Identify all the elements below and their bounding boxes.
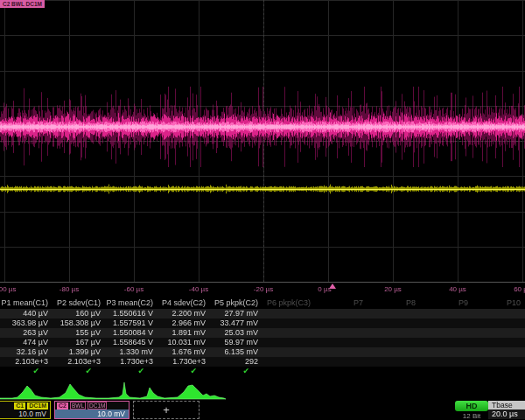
time-tick-label: -80 µs xyxy=(60,285,79,293)
measure-value-cell: 440 µV xyxy=(0,309,52,318)
measure-header-p3[interactable]: P3 mean(C2) xyxy=(105,298,158,309)
measure-value-cell: 2.103e+3 xyxy=(52,357,105,367)
time-tick-label: 60 µs xyxy=(514,285,525,293)
time-tick-label: -60 µs xyxy=(124,285,144,293)
time-tick-label: -40 µs xyxy=(189,285,208,293)
measure-value-cell: 363.98 µV xyxy=(0,318,52,328)
measure-value-cell: 167 µV xyxy=(52,338,105,347)
measure-value-cell: 2.200 mV xyxy=(158,309,210,318)
measure-value-cell: 6.135 mV xyxy=(210,347,262,357)
measure-value-cell xyxy=(472,318,525,328)
measure-value-cell xyxy=(368,309,420,318)
measure-value-cell xyxy=(368,318,420,328)
measure-value-cell xyxy=(262,338,315,347)
measure-value-cell: 10.031 mV xyxy=(158,338,210,347)
measure-value-cell: 1.550616 V xyxy=(105,309,158,318)
channel-descriptor-c2[interactable]: C2 BWL DC1M 10.0 mV xyxy=(54,401,130,419)
measure-value-cell: 32.16 µV xyxy=(0,347,52,357)
c1-channel-chip: C1 xyxy=(14,402,25,410)
measure-value-cell xyxy=(420,318,472,328)
time-tick-label: 40 µs xyxy=(449,285,466,293)
time-tick-label: 0 µs xyxy=(318,285,331,293)
measure-value-cell xyxy=(420,347,472,357)
measure-value-cell xyxy=(315,338,368,347)
measure-status-cell: ✔ xyxy=(0,367,52,376)
measure-value-cell xyxy=(472,309,525,318)
measure-value-cell xyxy=(420,309,472,318)
measure-value-cell: 27.97 mV xyxy=(210,309,262,318)
c2-coupling-chip: DC1M xyxy=(88,402,107,410)
measure-value-cell: 1.676 mV xyxy=(158,347,210,357)
time-tick-label: -20 µs xyxy=(254,285,273,293)
measure-value-cell: 59.97 mV xyxy=(210,338,262,347)
measure-value-cell xyxy=(368,338,420,347)
measure-header-p5[interactable]: P5 pkpk(C2) xyxy=(210,298,262,309)
time-axis: -100 µs-80 µs-60 µs-40 µs-20 µs0 µs20 µs… xyxy=(0,282,525,297)
timebase-header: Tbase xyxy=(488,401,525,410)
hd-bits-label: 12 Bit xyxy=(455,412,488,420)
measure-status-cell: ✔ xyxy=(210,367,262,376)
measure-value-cell xyxy=(420,328,472,338)
measure-header-p2[interactable]: P2 sdev(C1) xyxy=(52,298,105,309)
measure-value-cell xyxy=(262,318,315,328)
measure-status-cell xyxy=(420,367,472,376)
measure-header-p10[interactable]: P10 xyxy=(472,298,525,309)
c1-vdiv-value: 10.0 mV xyxy=(0,410,50,418)
measure-header-p6[interactable]: P6 pkpk(C3) xyxy=(262,298,315,309)
add-trace-button[interactable]: + xyxy=(133,401,200,419)
measure-value-cell xyxy=(315,318,368,328)
measure-status-cell xyxy=(262,367,315,376)
measure-value-cell: 1.730e+3 xyxy=(158,357,210,367)
measure-value-cell xyxy=(315,357,368,367)
measure-status-cell: ✔ xyxy=(52,367,105,376)
trace-annotation-badge: C2 BWL DC1M xyxy=(0,0,45,8)
measure-value-cell: 2.103e+3 xyxy=(0,357,52,367)
measure-value-cell xyxy=(368,347,420,357)
measure-value-cell: 1.399 µV xyxy=(52,347,105,357)
measure-value-cell xyxy=(368,328,420,338)
measure-value-cell: 33.477 mV xyxy=(210,318,262,328)
oscilloscope-screen: C2 BWL DC1M -100 µs-80 µs-60 µs-40 µs-20… xyxy=(0,0,525,420)
measure-status-cell xyxy=(315,367,368,376)
measure-value-cell: 1.558645 V xyxy=(105,338,158,347)
measure-value-cell: 1.557591 V xyxy=(105,318,158,328)
measure-value-cell: 1.891 mV xyxy=(158,328,210,338)
measure-header-p7[interactable]: P7 xyxy=(315,298,368,309)
timebase-descriptor[interactable]: Tbase 20.0 µs xyxy=(488,401,525,419)
measure-header-p4[interactable]: P4 sdev(C2) xyxy=(158,298,210,309)
measure-value-cell: 263 µV xyxy=(0,328,52,338)
measure-value-cell: 158.308 µV xyxy=(52,318,105,328)
measure-status-cell: ✔ xyxy=(105,367,158,376)
measure-header-p1[interactable]: P1 mean(C1) xyxy=(0,298,52,309)
measure-value-cell xyxy=(262,328,315,338)
measure-status-cell xyxy=(472,367,525,376)
c2-channel-chip: C2 xyxy=(57,402,68,410)
measure-value-cell xyxy=(368,357,420,367)
measure-value-cell xyxy=(262,357,315,367)
timebase-value: 20.0 µs xyxy=(488,410,525,419)
measure-value-cell xyxy=(315,309,368,318)
measure-value-cell xyxy=(315,328,368,338)
measure-status-cell xyxy=(368,367,420,376)
measure-value-cell: 1.730e+3 xyxy=(105,357,158,367)
c2-bandwidth-chip: BWL xyxy=(70,402,86,410)
measure-header-p8[interactable]: P8 xyxy=(368,298,420,309)
measure-value-cell xyxy=(472,338,525,347)
measure-value-cell: 155 µV xyxy=(52,328,105,338)
measure-value-cell xyxy=(262,347,315,357)
hd-badge: HD xyxy=(455,401,488,411)
measure-value-cell xyxy=(315,347,368,357)
time-tick-label: -100 µs xyxy=(0,285,16,293)
measure-value-cell xyxy=(262,309,315,318)
measure-value-cell xyxy=(472,328,525,338)
c1-coupling-chip: DC1M xyxy=(27,402,48,410)
measure-value-cell: 1.550084 V xyxy=(105,328,158,338)
measure-value-cell: 160 µV xyxy=(52,309,105,318)
measure-status-cell: ✔ xyxy=(158,367,210,376)
channel-descriptor-c1[interactable]: C1 DC1M 10.0 mV xyxy=(0,401,51,419)
measure-header-p9[interactable]: P9 xyxy=(420,298,472,309)
measure-value-cell: 1.330 mV xyxy=(105,347,158,357)
measure-value-cell: 292 xyxy=(210,357,262,367)
measure-value-cell xyxy=(420,338,472,347)
hd-mode-indicator[interactable]: HD 12 Bit xyxy=(455,401,488,420)
